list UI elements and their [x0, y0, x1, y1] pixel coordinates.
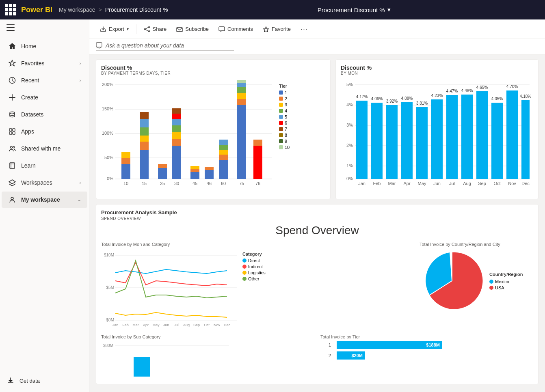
svg-text:4.06%: 4.06% — [371, 97, 383, 101]
tier-row-2: 2 $20M — [329, 351, 533, 360]
get-data-icon — [6, 377, 15, 385]
sidebar-item-workspaces[interactable]: Workspaces › — [2, 174, 87, 191]
layers-icon — [8, 179, 16, 187]
brand-logo: Power BI — [21, 6, 52, 14]
svg-rect-62 — [237, 80, 246, 83]
discount-stacked-bar-card[interactable]: Discount % BY PAYMENT TERMS DAYS, TIER 2… — [96, 59, 331, 199]
svg-rect-41 — [172, 139, 181, 146]
sidebar-item-myworkspace[interactable]: My workspace ⌄ — [2, 192, 87, 208]
chevron-down-icon: ▾ — [387, 6, 391, 13]
spend-overview-title: Spend Overview — [101, 224, 533, 237]
svg-text:4.18%: 4.18% — [520, 94, 531, 99]
svg-text:Dec: Dec — [521, 181, 530, 186]
plus-icon — [8, 93, 16, 101]
svg-rect-36 — [140, 119, 149, 127]
sidebar-item-myworkspace-label: My workspace — [21, 196, 60, 203]
svg-rect-8 — [13, 132, 15, 134]
sidebar-toggle[interactable] — [0, 19, 89, 37]
svg-text:4.05%: 4.05% — [491, 97, 503, 101]
export-chevron-icon: ▾ — [127, 27, 129, 31]
sidebar-item-create[interactable]: Create — [2, 89, 87, 106]
svg-text:4.48%: 4.48% — [461, 88, 473, 93]
svg-rect-2 — [6, 30, 15, 31]
svg-rect-90 — [386, 105, 398, 179]
pie-chart-title: Total Invoice by Country/Region and City — [420, 242, 533, 247]
procurement-subtitle: SPEND OVERVIEW — [101, 216, 533, 221]
discount-monthly-bar-card[interactable]: Discount % BY MON 5% 4% 3% 2% 1% 0% — [335, 59, 539, 199]
workspace-link[interactable]: My workspace — [59, 6, 95, 13]
more-button[interactable]: ··· — [296, 23, 312, 35]
svg-text:Aug: Aug — [463, 181, 471, 186]
chevron-down-icon-workspace: ⌄ — [78, 198, 81, 202]
svg-rect-106 — [506, 90, 518, 179]
subscribe-button[interactable]: Subscribe — [172, 24, 213, 34]
chevron-right-icon-workspaces: › — [80, 181, 81, 185]
svg-rect-1 — [6, 27, 15, 28]
sidebar-item-shared[interactable]: Shared with me — [2, 140, 87, 157]
svg-rect-30 — [121, 158, 130, 164]
svg-text:Mar: Mar — [132, 323, 139, 327]
svg-rect-59 — [237, 93, 246, 99]
get-data-button[interactable]: Get data — [6, 374, 82, 387]
svg-rect-47 — [190, 172, 199, 179]
chart1-title: Discount % — [101, 65, 325, 71]
svg-text:Jan: Jan — [112, 323, 119, 327]
line-chart-title: Total Invoice by Mon and Category — [101, 242, 413, 247]
chart1-subtitle: BY PAYMENT TERMS DAYS, TIER — [101, 71, 325, 75]
svg-point-14 — [148, 30, 149, 32]
home-icon — [8, 42, 16, 50]
waffle-menu[interactable] — [5, 4, 16, 15]
spend-title-section: Spend Overview — [101, 224, 533, 237]
sidebar-item-apps[interactable]: Apps — [2, 123, 87, 140]
svg-rect-35 — [140, 127, 149, 136]
toolbar: Export ▾ Share Subscribe Comments Favori… — [89, 19, 545, 39]
spend-overview-card: Procurement Analysis Sample SPEND OVERVI… — [96, 204, 539, 384]
procurement-title: Procurement Analysis Sample — [101, 209, 533, 215]
svg-rect-43 — [172, 125, 181, 132]
share-button[interactable]: Share — [140, 24, 171, 34]
svg-rect-38 — [158, 168, 167, 179]
svg-rect-6 — [13, 129, 15, 131]
svg-text:0%: 0% — [346, 176, 353, 181]
topbar-center-title[interactable]: Procurement Discount % ▾ — [292, 6, 416, 13]
sidebar-bottom: Get data — [0, 369, 89, 392]
svg-rect-51 — [205, 167, 214, 170]
page-title: Procurement Discount % — [105, 6, 168, 13]
svg-text:Dec: Dec — [224, 323, 231, 327]
center-title-text: Procurement Discount % — [318, 6, 385, 13]
svg-rect-5 — [9, 129, 12, 131]
toolbar-divider-1 — [136, 24, 136, 34]
svg-text:4.23%: 4.23% — [431, 93, 443, 98]
favorite-icon — [263, 26, 269, 32]
svg-rect-86 — [356, 101, 368, 179]
svg-rect-44 — [172, 119, 181, 125]
sidebar-item-learn[interactable]: Learn — [2, 157, 87, 174]
sidebar-item-learn-label: Learn — [21, 162, 36, 169]
sidebar-item-datasets-label: Datasets — [21, 111, 43, 118]
svg-rect-52 — [219, 160, 228, 179]
svg-text:Feb: Feb — [122, 323, 129, 327]
svg-text:4.47%: 4.47% — [446, 89, 458, 93]
svg-rect-42 — [172, 132, 181, 139]
svg-text:4.70%: 4.70% — [506, 84, 518, 89]
charts-row-1: Discount % BY PAYMENT TERMS DAYS, TIER 2… — [96, 59, 539, 199]
svg-text:Jul: Jul — [174, 323, 179, 327]
sidebar-item-datasets[interactable]: Datasets — [2, 106, 87, 123]
qna-input[interactable]: Ask a question about your data — [96, 42, 234, 51]
favorite-button[interactable]: Favorite — [259, 24, 295, 34]
svg-text:45: 45 — [192, 181, 197, 186]
main-content: Export ▾ Share Subscribe Comments Favori… — [89, 19, 545, 392]
sub-category-title: Total Invoice by Sub Category — [101, 334, 314, 339]
sidebar-item-create-label: Create — [21, 94, 38, 101]
svg-text:4.65%: 4.65% — [476, 85, 488, 90]
charts-area: Discount % BY PAYMENT TERMS DAYS, TIER 2… — [89, 54, 545, 392]
svg-text:$5M: $5M — [106, 285, 114, 290]
database-icon — [8, 110, 16, 118]
sidebar-item-apps-label: Apps — [21, 128, 34, 135]
export-button[interactable]: Export ▾ — [96, 24, 133, 34]
svg-rect-40 — [172, 146, 181, 179]
sidebar-item-home[interactable]: Home — [2, 38, 87, 54]
sidebar-item-recent[interactable]: Recent › — [2, 72, 87, 88]
sidebar-item-favorites[interactable]: Favorites › — [2, 55, 87, 71]
comments-button[interactable]: Comments — [214, 24, 257, 34]
